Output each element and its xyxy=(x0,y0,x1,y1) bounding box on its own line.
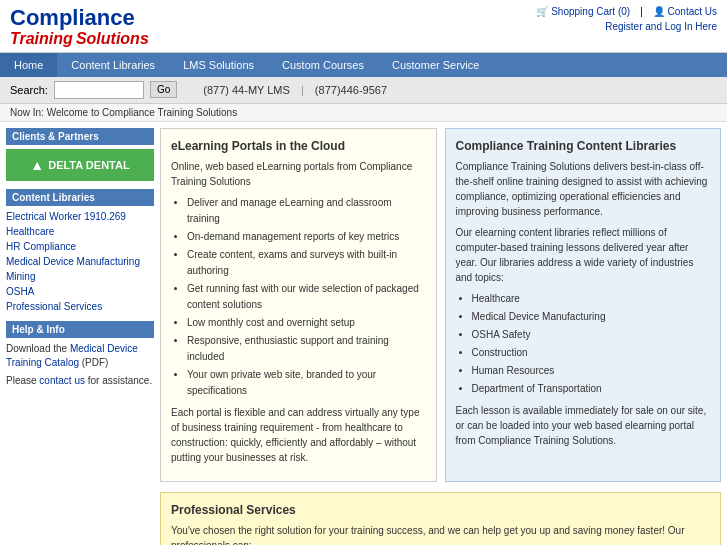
sidebar-help-section: Help & Info Download the Medical Device … xyxy=(6,321,154,388)
divider: | xyxy=(640,6,643,17)
nav-home[interactable]: Home xyxy=(0,53,57,77)
sidebar-content-title: Content Libraries xyxy=(6,189,154,206)
nav-custom-courses[interactable]: Custom Courses xyxy=(268,53,378,77)
list-item: Deliver and manage eLearning and classro… xyxy=(187,195,426,227)
list-item: On-demand management reports of key metr… xyxy=(187,229,426,245)
logo-tagline: Training Solutions xyxy=(10,30,149,48)
nav-customer-service[interactable]: Customer Service xyxy=(378,53,493,77)
delta-dental-icon: ▲ xyxy=(30,157,44,173)
professional-services-box: Professional Services You've chosen the … xyxy=(160,492,721,545)
content-libraries-bullets: Healthcare Medical Device Manufacturing … xyxy=(456,291,711,397)
content-libraries-box: Compliance Training Content Libraries Co… xyxy=(445,128,722,482)
header-right: 🛒 Shopping Cart (0) | 👤 Contact Us Regis… xyxy=(536,6,717,32)
professional-title: Professional Services xyxy=(171,503,710,517)
sidebar-link-electrical[interactable]: Electrical Worker 1910.269 xyxy=(6,210,154,223)
search-label: Search: xyxy=(10,84,48,96)
phone1: (877) 44-MY LMS xyxy=(203,84,290,96)
sidebar-links: Electrical Worker 1910.269 Healthcare HR… xyxy=(6,210,154,313)
contact-us-link[interactable]: contact us xyxy=(39,375,85,386)
content-libraries-footer: Each lesson is available immediately for… xyxy=(456,403,711,448)
elearning-footer: Each portal is flexible and can address … xyxy=(171,405,426,465)
phone-divider: | xyxy=(301,84,304,96)
sidebar: Clients & Partners ▲ DELTA DENTAL Conten… xyxy=(6,128,154,545)
nav-lms-solutions[interactable]: LMS Solutions xyxy=(169,53,268,77)
list-item: Medical Device Manufacturing xyxy=(472,309,711,325)
content-libraries-intro: Compliance Training Solutions delivers b… xyxy=(456,159,711,219)
sidebar-link-healthcare[interactable]: Healthcare xyxy=(6,225,154,238)
content-libraries-title: Compliance Training Content Libraries xyxy=(456,139,711,153)
main-content: Clients & Partners ▲ DELTA DENTAL Conten… xyxy=(0,122,727,545)
now-in-breadcrumb: Now In: Welcome to Compliance Training S… xyxy=(0,104,727,122)
elearning-title: eLearning Portals in the Cloud xyxy=(171,139,426,153)
sidebar-link-professional[interactable]: Professional Services xyxy=(6,300,154,313)
register-link[interactable]: Register and Log In Here xyxy=(605,21,717,32)
content-area: eLearning Portals in the Cloud Online, w… xyxy=(160,128,721,545)
phone2: (877)446-9567 xyxy=(315,84,387,96)
search-input[interactable] xyxy=(54,81,144,99)
header-top-links: 🛒 Shopping Cart (0) | 👤 Contact Us xyxy=(536,6,717,17)
sidebar-clients-title: Clients & Partners xyxy=(6,128,154,145)
delta-dental-label: DELTA DENTAL xyxy=(48,159,129,171)
searchbar: Search: Go (877) 44-MY LMS | (877)446-95… xyxy=(0,77,727,104)
elearning-bullets: Deliver and manage eLearning and classro… xyxy=(171,195,426,399)
nav-content-libraries[interactable]: Content Libraries xyxy=(57,53,169,77)
phone-info: (877) 44-MY LMS | (877)446-9567 xyxy=(203,84,387,96)
sidebar-clients-section: Clients & Partners ▲ DELTA DENTAL xyxy=(6,128,154,181)
elearning-intro: Online, web based eLearning portals from… xyxy=(171,159,426,189)
contact-icon: 👤 xyxy=(653,6,668,17)
sidebar-link-osha[interactable]: OSHA xyxy=(6,285,154,298)
list-item: Your own private web site, branded to yo… xyxy=(187,367,426,399)
contact-link[interactable]: 👤 Contact Us xyxy=(653,6,717,17)
list-item: Responsive, enthusiastic support and tra… xyxy=(187,333,426,365)
content-row: eLearning Portals in the Cloud Online, w… xyxy=(160,128,721,482)
navbar: Home Content Libraries LMS Solutions Cus… xyxy=(0,53,727,77)
help-text-2: Please contact us for assistance. xyxy=(6,374,154,388)
header: Compliance Training Solutions 🛒 Shopping… xyxy=(0,0,727,53)
cart-icon: 🛒 xyxy=(536,6,551,17)
list-item: OSHA Safety xyxy=(472,327,711,343)
elearning-box: eLearning Portals in the Cloud Online, w… xyxy=(160,128,437,482)
search-button[interactable]: Go xyxy=(150,81,177,98)
list-item: Low monthly cost and overnight setup xyxy=(187,315,426,331)
sidebar-content-libraries-section: Content Libraries Electrical Worker 1910… xyxy=(6,189,154,313)
sidebar-link-medical[interactable]: Medical Device Manufacturing xyxy=(6,255,154,268)
professional-intro: You've chosen the right solution for you… xyxy=(171,523,710,545)
logo-compliance: Compliance xyxy=(10,6,149,30)
shopping-cart-link[interactable]: 🛒 Shopping Cart (0) xyxy=(536,6,630,17)
delta-dental-banner[interactable]: ▲ DELTA DENTAL xyxy=(6,149,154,181)
list-item: Healthcare xyxy=(472,291,711,307)
list-item: Human Resources xyxy=(472,363,711,379)
content-libraries-body: Our elearning content libraries reflect … xyxy=(456,225,711,285)
list-item: Get running fast with our wide selection… xyxy=(187,281,426,313)
register-area: Register and Log In Here xyxy=(536,21,717,32)
sidebar-link-hr[interactable]: HR Compliance xyxy=(6,240,154,253)
list-item: Construction xyxy=(472,345,711,361)
sidebar-help-title: Help & Info xyxy=(6,321,154,338)
help-text-1: Download the Medical Device Training Cat… xyxy=(6,342,154,370)
sidebar-link-mining[interactable]: Mining xyxy=(6,270,154,283)
list-item: Create content, exams and surveys with b… xyxy=(187,247,426,279)
list-item: Department of Transportation xyxy=(472,381,711,397)
logo: Compliance Training Solutions xyxy=(10,6,149,48)
